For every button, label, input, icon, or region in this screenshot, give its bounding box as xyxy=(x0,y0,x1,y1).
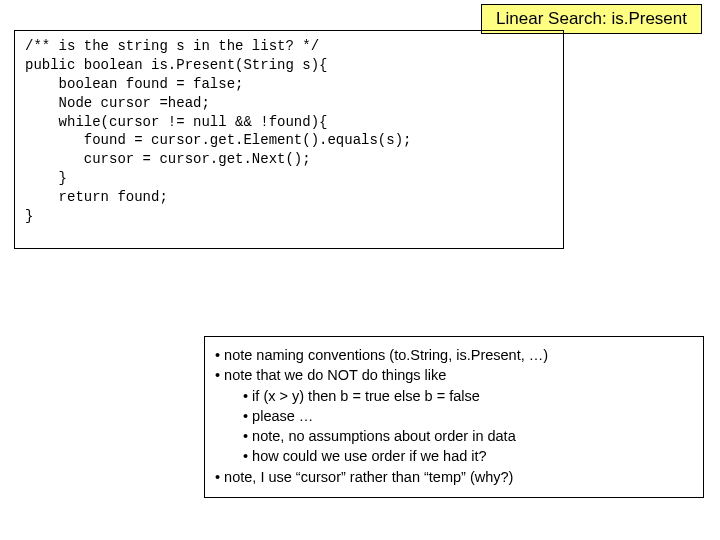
notes-item: if (x > y) then b = true else b = false xyxy=(243,386,693,406)
notes-item: please … xyxy=(243,406,693,426)
notes-item: note naming conventions (to.String, is.P… xyxy=(215,345,693,365)
notes-box: note naming conventions (to.String, is.P… xyxy=(204,336,704,498)
notes-item: note, no assumptions about order in data xyxy=(243,426,693,446)
notes-item: note that we do NOT do things like xyxy=(215,365,693,385)
notes-item: how could we use order if we had it? xyxy=(243,446,693,466)
notes-item: note, I use “cursor” rather than “temp” … xyxy=(215,467,693,487)
code-block: /** is the string s in the list? */ publ… xyxy=(14,30,564,249)
notes-list: note naming conventions (to.String, is.P… xyxy=(215,345,693,487)
